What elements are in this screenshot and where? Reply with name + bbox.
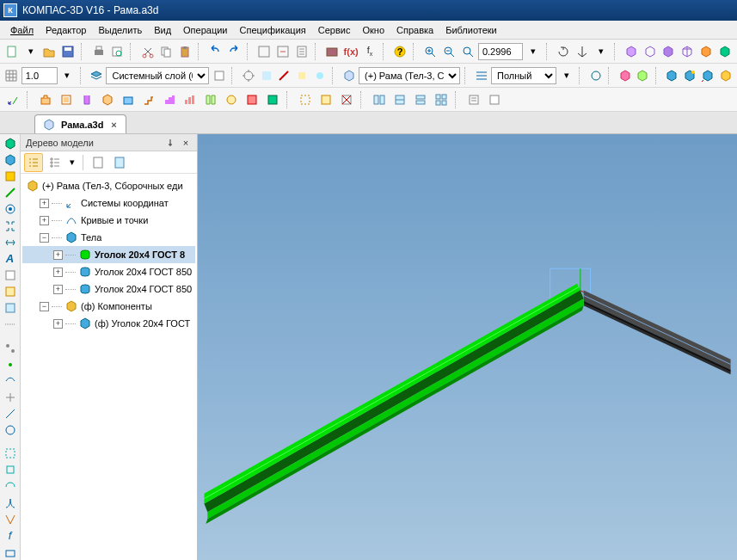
cut-button[interactable]: [139, 42, 157, 61]
document-tab[interactable]: Рама.a3d ×: [34, 114, 126, 133]
cube4-button[interactable]: [717, 66, 734, 85]
op-button[interactable]: [263, 90, 282, 109]
close-icon[interactable]: ×: [108, 120, 119, 130]
open-button[interactable]: [41, 42, 58, 61]
view-shade-button[interactable]: [660, 42, 678, 61]
vtb-button[interactable]: [2, 235, 19, 250]
vtb-button[interactable]: [2, 340, 19, 355]
tree-item-selected[interactable]: + Уголок 20х4 ГОСТ 8: [22, 246, 195, 263]
expand-icon[interactable]: +: [53, 285, 63, 294]
dropdown-button[interactable]: ▾: [59, 66, 76, 85]
tree-item[interactable]: + (ф) Уголок 20х4 ГОСТ: [22, 315, 195, 332]
icon-button[interactable]: [258, 66, 274, 85]
tree-filter-button[interactable]: [46, 153, 64, 172]
dropdown-button[interactable]: ▾: [525, 42, 542, 61]
tb-generic-button[interactable]: [274, 42, 292, 61]
op-button[interactable]: [243, 90, 261, 109]
layer-icon[interactable]: [89, 66, 105, 85]
menu-spec[interactable]: Спецификация: [235, 23, 311, 37]
menu-window[interactable]: Окно: [357, 23, 390, 37]
menu-select[interactable]: Выделить: [93, 23, 147, 37]
vtb-button[interactable]: [2, 201, 19, 217]
op-button[interactable]: [201, 90, 220, 109]
lib2-button[interactable]: [635, 66, 651, 85]
op-button[interactable]: [77, 90, 96, 109]
menu-help[interactable]: Справка: [391, 23, 439, 37]
3d-viewport[interactable]: [198, 134, 737, 560]
zoom-out-button[interactable]: [440, 42, 458, 61]
cube3-button[interactable]: [699, 66, 716, 85]
menu-service[interactable]: Сервис: [313, 23, 356, 37]
menu-libs[interactable]: Библиотеки: [440, 23, 502, 37]
icon-button[interactable]: [485, 90, 504, 109]
icon-button[interactable]: [294, 66, 310, 85]
grid-icon[interactable]: [3, 66, 20, 85]
panel-button[interactable]: [411, 90, 430, 109]
print-button[interactable]: [90, 42, 107, 61]
vtb-button[interactable]: [2, 284, 19, 299]
new-button[interactable]: [3, 42, 21, 61]
dropdown-button[interactable]: ▾: [67, 153, 77, 172]
panel-button[interactable]: [432, 90, 451, 109]
zoom-input[interactable]: [478, 43, 523, 60]
save-button[interactable]: [59, 42, 77, 61]
vtb-button[interactable]: f: [2, 528, 19, 544]
op-button[interactable]: [98, 90, 117, 109]
vtb-button[interactable]: [2, 512, 19, 527]
tree-root[interactable]: (+) Рама (Тел-3, Сборочных еди: [22, 177, 195, 194]
zoom-in-button[interactable]: [422, 42, 439, 61]
op-button[interactable]: [119, 90, 138, 109]
vtb-button[interactable]: [2, 357, 19, 372]
tree-item[interactable]: − Тела: [22, 229, 195, 246]
vtb-button[interactable]: [2, 545, 19, 560]
detail-select[interactable]: Полный: [491, 67, 556, 84]
tree-item[interactable]: + Уголок 20х4 ГОСТ 850: [22, 280, 195, 298]
op-button[interactable]: [160, 90, 179, 109]
expand-icon[interactable]: +: [53, 268, 63, 277]
vtb-button[interactable]: [2, 446, 19, 461]
library-button[interactable]: [323, 42, 341, 61]
icon-button[interactable]: [464, 90, 483, 109]
op-button[interactable]: [181, 90, 200, 109]
vtb-button[interactable]: [2, 136, 19, 151]
vtb-button[interactable]: [2, 152, 19, 168]
snap-button[interactable]: [240, 66, 256, 85]
cube2-button[interactable]: [682, 66, 698, 85]
vtb-button[interactable]: [2, 495, 19, 511]
tree-item[interactable]: − (ф) Компоненты: [22, 298, 195, 315]
vtb-button[interactable]: [2, 185, 19, 200]
view-iso-button[interactable]: [623, 42, 640, 61]
tree-refresh-button[interactable]: [110, 153, 129, 172]
vtb-button[interactable]: [2, 422, 19, 438]
menu-edit[interactable]: Редактор: [40, 23, 91, 37]
collapse-icon[interactable]: −: [40, 302, 49, 311]
print-preview-button[interactable]: [108, 42, 126, 61]
paste-button[interactable]: [176, 42, 193, 61]
menu-operations[interactable]: Операции: [178, 23, 232, 37]
dropdown-button[interactable]: ▾: [558, 66, 574, 85]
tb-generic-button[interactable]: [256, 42, 273, 61]
sel-button[interactable]: [316, 90, 335, 109]
expand-icon[interactable]: +: [53, 319, 63, 329]
scale-input[interactable]: [21, 67, 58, 84]
expand-icon[interactable]: +: [40, 216, 49, 225]
pin-icon[interactable]: [164, 137, 176, 149]
expand-icon[interactable]: +: [53, 250, 63, 260]
dropdown-button[interactable]: ▾: [593, 42, 610, 61]
vtb-button[interactable]: [2, 462, 19, 477]
collapse-icon[interactable]: −: [40, 233, 49, 243]
tree-item[interactable]: + Кривые и точки: [22, 212, 195, 229]
tree-props-button[interactable]: [89, 153, 107, 172]
new-dropdown-button[interactable]: ▾: [22, 42, 40, 61]
sel-button[interactable]: [337, 90, 356, 109]
view-wire-button[interactable]: [642, 42, 659, 61]
cube1-button[interactable]: [664, 66, 680, 85]
properties-button[interactable]: [293, 42, 310, 61]
zoom-area-button[interactable]: [459, 42, 476, 61]
op-button[interactable]: [139, 90, 158, 109]
vtb-button[interactable]: [2, 300, 19, 316]
part-icon[interactable]: [341, 66, 357, 85]
layer-select[interactable]: Системный слой (0): [106, 67, 209, 84]
vtb-button[interactable]: [2, 218, 19, 234]
menu-view[interactable]: Вид: [149, 23, 176, 37]
